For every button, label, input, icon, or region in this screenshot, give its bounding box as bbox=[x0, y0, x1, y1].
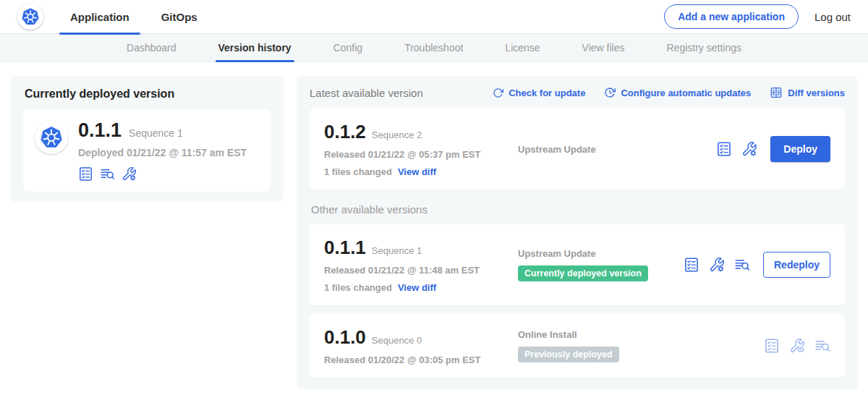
deployed-panel-title: Currently deployed version bbox=[25, 88, 271, 101]
available-versions-panel: Latest available version Check for updat… bbox=[297, 76, 858, 389]
subnav-version-history[interactable]: Version history bbox=[218, 34, 292, 62]
subnav-config[interactable]: Config bbox=[333, 34, 362, 62]
clock-refresh-icon bbox=[604, 87, 616, 98]
currently-deployed-panel: Currently deployed version 0.1.1 Sequenc… bbox=[10, 76, 284, 202]
preflight-checklist-icon[interactable] bbox=[764, 338, 780, 354]
subnav-view-files[interactable]: View files bbox=[582, 34, 625, 62]
configure-automatic-updates-label: Configure automatic updates bbox=[621, 88, 751, 98]
diff-versions-label: Diff versions bbox=[788, 88, 845, 98]
version-number: 0.1.2 bbox=[324, 121, 366, 143]
preflight-checklist-icon[interactable] bbox=[684, 257, 699, 273]
refresh-icon bbox=[493, 88, 503, 98]
app-logo-icon bbox=[35, 121, 68, 154]
version-card-0-1-0: 0.1.0 Sequence 0 Released 01/20/22 @ 03:… bbox=[310, 314, 845, 378]
deployed-timestamp: Deployed 01/21/22 @ 11:57 am EST bbox=[78, 147, 247, 158]
top-tab-label: Application bbox=[70, 11, 129, 23]
view-diff-link[interactable]: View diff bbox=[398, 282, 436, 293]
released-timestamp: Released 01/21/22 @ 05:37 pm EST bbox=[324, 149, 506, 160]
subnav-license[interactable]: License bbox=[505, 34, 540, 62]
wrench-eye-icon[interactable] bbox=[789, 338, 805, 354]
version-number: 0.1.0 bbox=[324, 326, 366, 349]
wrench-gear-icon[interactable] bbox=[709, 257, 725, 273]
previously-deployed-badge: Previously deployed bbox=[518, 347, 619, 362]
version-history-page: Currently deployed version 0.1.1 Sequenc… bbox=[0, 62, 868, 389]
currently-deployed-badge: Currently deployed version bbox=[518, 265, 648, 281]
deployed-version-card: 0.1.1 Sequence 1 Deployed 01/21/22 @ 11:… bbox=[23, 109, 271, 192]
diff-versions-link[interactable]: Diff versions bbox=[770, 86, 845, 99]
top-nav: Application GitOps Add a new application… bbox=[0, 0, 868, 34]
latest-available-title: Latest available version bbox=[310, 87, 423, 99]
preflight-checklist-icon[interactable] bbox=[78, 166, 93, 182]
file-search-icon[interactable] bbox=[734, 257, 750, 273]
app-subnav: Dashboard Version history Config Trouble… bbox=[0, 34, 868, 62]
view-diff-link[interactable]: View diff bbox=[398, 166, 436, 177]
logout-button[interactable]: Log out bbox=[814, 11, 851, 23]
preflight-checklist-icon[interactable] bbox=[716, 141, 732, 157]
top-tab-gitops[interactable]: GitOps bbox=[150, 0, 208, 34]
top-tab-label: GitOps bbox=[161, 11, 197, 23]
version-card-0-1-1: 0.1.1 Sequence 1 Released 01/21/22 @ 11:… bbox=[310, 224, 845, 305]
wrench-gear-icon[interactable] bbox=[741, 141, 757, 157]
redeploy-button[interactable]: Redeploy bbox=[763, 252, 830, 278]
files-changed-label: 1 files changed bbox=[324, 166, 392, 177]
deploy-button[interactable]: Deploy bbox=[770, 136, 830, 162]
split-diff-icon bbox=[770, 86, 783, 99]
released-timestamp: Released 01/20/22 @ 03:05 pm EST bbox=[324, 354, 506, 365]
deployed-sequence: Sequence 1 bbox=[129, 127, 183, 139]
top-tab-application[interactable]: Application bbox=[59, 0, 140, 34]
version-source: Upstream Update bbox=[518, 248, 684, 259]
version-number: 0.1.1 bbox=[324, 237, 366, 259]
file-search-icon[interactable] bbox=[100, 166, 115, 182]
check-for-update-link[interactable]: Check for update bbox=[493, 88, 585, 98]
file-search-icon[interactable] bbox=[814, 338, 830, 354]
check-for-update-label: Check for update bbox=[509, 88, 585, 98]
version-source: Upstream Update bbox=[518, 144, 716, 155]
version-card-0-1-2: 0.1.2 Sequence 2 Released 01/21/22 @ 05:… bbox=[310, 109, 845, 190]
files-changed-label: 1 files changed bbox=[324, 282, 392, 293]
other-available-versions-title: Other available versions bbox=[311, 203, 845, 216]
version-sequence: Sequence 0 bbox=[372, 335, 422, 346]
deployed-version-number: 0.1.1 bbox=[78, 119, 122, 142]
subnav-troubleshoot[interactable]: Troubleshoot bbox=[404, 34, 463, 62]
kubernetes-logo-icon bbox=[17, 4, 43, 30]
version-source: Online Install bbox=[518, 329, 764, 340]
add-application-button[interactable]: Add a new application bbox=[664, 4, 799, 29]
subnav-dashboard[interactable]: Dashboard bbox=[127, 34, 176, 62]
version-sequence: Sequence 1 bbox=[372, 245, 422, 256]
subnav-registry-settings[interactable]: Registry settings bbox=[667, 34, 741, 62]
configure-automatic-updates-link[interactable]: Configure automatic updates bbox=[604, 87, 751, 98]
version-sequence: Sequence 2 bbox=[372, 129, 422, 140]
released-timestamp: Released 01/21/22 @ 11:48 am EST bbox=[324, 265, 506, 276]
wrench-gear-icon[interactable] bbox=[122, 166, 137, 182]
